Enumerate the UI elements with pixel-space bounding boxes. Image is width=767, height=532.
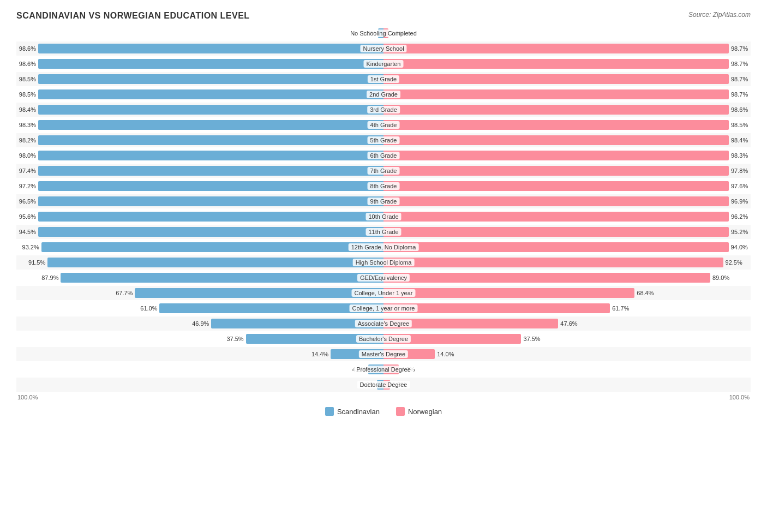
pink-bar — [384, 74, 729, 84]
legend: Scandinavian Norwegian — [16, 407, 751, 416]
blue-value: 98.4% — [16, 106, 36, 113]
bar-label: Professional Degree — [353, 366, 414, 373]
pink-bar — [384, 166, 729, 176]
bar-label: 7th Grade — [368, 167, 400, 175]
right-section: 98.5% — [384, 118, 751, 132]
pink-value: 14.0% — [437, 351, 457, 357]
legend-blue-box — [325, 407, 334, 416]
blue-bar — [38, 166, 384, 176]
left-section: 95.6% — [16, 210, 384, 224]
right-section: 1.8% — [384, 378, 751, 392]
pink-value: 97.8% — [731, 168, 751, 174]
blue-value: 98.6% — [16, 61, 36, 67]
pink-bar — [384, 181, 729, 191]
legend-scandinavian-label: Scandinavian — [337, 408, 380, 416]
left-section: 98.0% — [16, 148, 384, 163]
left-section: 1.8% — [16, 378, 384, 392]
bar-label: 9th Grade — [368, 198, 400, 205]
blue-bar — [38, 74, 384, 84]
blue-bar — [38, 89, 384, 99]
axis-right: 100.0% — [729, 394, 750, 401]
right-section: 95.2% — [384, 225, 751, 239]
pink-value: 92.5% — [726, 259, 745, 266]
bar-row: 87.9%GED/Equivalency89.0% — [16, 271, 751, 285]
left-section: 91.5% — [16, 255, 384, 270]
right-section: 1.3% — [384, 26, 751, 40]
bar-label: 10th Grade — [365, 213, 401, 220]
pink-value: 98.7% — [731, 61, 751, 67]
bar-row: 98.5%1st Grade98.7% — [16, 72, 751, 86]
bar-row: 98.4%3rd Grade98.6% — [16, 103, 751, 117]
right-section: 98.7% — [384, 87, 751, 101]
bar-row: 1.5%No Schooling Completed1.3% — [16, 26, 751, 40]
axis-labels: 100.0% 100.0% — [16, 394, 751, 401]
left-section: 67.7% — [16, 286, 384, 300]
right-section: 98.7% — [384, 57, 751, 71]
blue-value: 37.5% — [224, 336, 244, 342]
right-section: 89.0% — [384, 271, 751, 285]
right-section: 96.9% — [384, 194, 751, 208]
pink-bar — [384, 288, 634, 298]
blue-value: 98.0% — [16, 152, 36, 159]
left-section: 98.4% — [16, 103, 384, 117]
bar-row: 98.6%Nursery School98.7% — [16, 41, 751, 56]
blue-bar — [135, 288, 384, 298]
blue-bar — [47, 258, 384, 267]
legend-norwegian-label: Norwegian — [408, 408, 442, 416]
right-section: 97.6% — [384, 179, 751, 193]
blue-bar — [38, 59, 384, 69]
pink-bar — [384, 120, 729, 130]
left-section: 98.6% — [16, 41, 384, 56]
blue-value: 97.2% — [16, 183, 36, 189]
bar-row: 98.6%Kindergarten98.7% — [16, 57, 751, 71]
left-section: 94.5% — [16, 225, 384, 239]
bar-label: 1st Grade — [368, 75, 399, 83]
left-section: 97.2% — [16, 179, 384, 193]
pink-bar — [384, 227, 729, 237]
pink-value: 68.4% — [637, 290, 656, 296]
right-section: 61.7% — [384, 301, 751, 315]
pink-bar — [384, 196, 729, 206]
source-label: Source: ZipAtlas.com — [688, 11, 751, 19]
pink-bar — [384, 212, 729, 222]
bar-row: 4.2%Professional Degree4.2% — [16, 362, 751, 376]
pink-value: 98.7% — [731, 45, 751, 52]
right-section: 98.3% — [384, 148, 751, 163]
pink-bar — [384, 44, 729, 53]
right-section: 47.6% — [384, 316, 751, 331]
bar-row: 96.5%9th Grade96.9% — [16, 194, 751, 208]
blue-value: 96.5% — [16, 198, 36, 205]
pink-value: 98.7% — [731, 76, 751, 82]
blue-value: 91.5% — [26, 259, 45, 266]
legend-scandinavian: Scandinavian — [325, 407, 380, 416]
pink-bar — [384, 273, 710, 283]
blue-value: 95.6% — [16, 213, 36, 220]
blue-value: 98.5% — [16, 91, 36, 98]
pink-value: 95.2% — [731, 229, 751, 235]
axis-left: 100.0% — [17, 394, 38, 401]
blue-value: 98.6% — [16, 45, 36, 52]
left-section: 98.2% — [16, 133, 384, 147]
right-section: 92.5% — [384, 255, 751, 270]
left-section: 37.5% — [16, 332, 384, 346]
blue-value: 14.4% — [309, 351, 328, 357]
left-section: 87.9% — [16, 271, 384, 285]
blue-value: 87.9% — [39, 274, 58, 281]
right-section: 98.7% — [384, 41, 751, 56]
bar-row: 94.5%11th Grade95.2% — [16, 225, 751, 239]
left-section: 14.4% — [16, 347, 384, 361]
pink-bar — [384, 105, 729, 115]
blue-bar — [38, 212, 384, 222]
bar-label: 8th Grade — [368, 182, 400, 190]
pink-value: 96.2% — [731, 213, 751, 220]
bar-label: 11th Grade — [365, 228, 401, 236]
left-section: 98.6% — [16, 57, 384, 71]
bar-label: 5th Grade — [368, 136, 400, 144]
chart-title: SCANDINAVIAN VS NORWEGIAN EDUCATION LEVE… — [16, 11, 751, 21]
pink-value: 98.7% — [731, 91, 751, 98]
blue-value: 98.2% — [16, 137, 36, 144]
right-section: 37.5% — [384, 332, 751, 346]
bar-label: College, Under 1 year — [351, 289, 415, 297]
blue-bar — [41, 242, 384, 252]
bar-label: Kindergarten — [364, 60, 404, 68]
